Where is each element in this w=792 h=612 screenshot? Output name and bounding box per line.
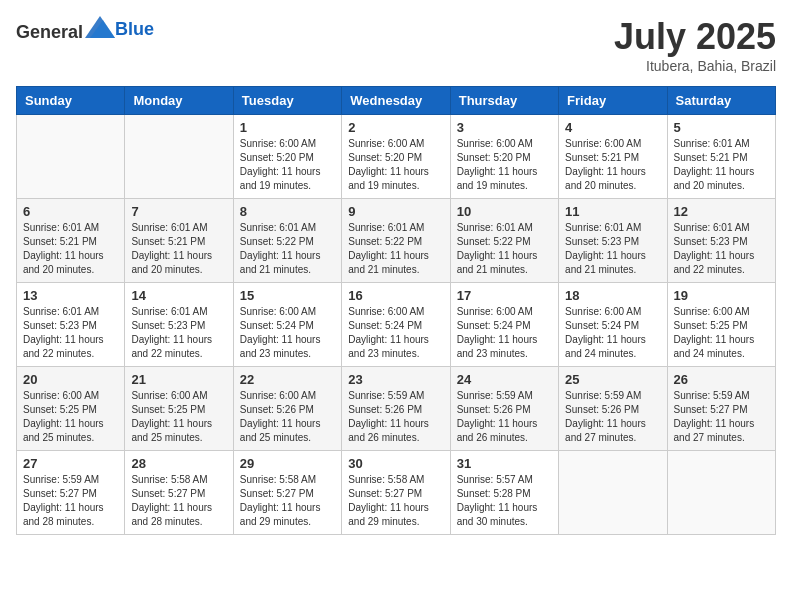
cell-info: Sunrise: 6:00 AMSunset: 5:25 PMDaylight:… xyxy=(131,389,226,445)
cell-info: Sunrise: 6:01 AMSunset: 5:23 PMDaylight:… xyxy=(674,221,769,277)
cell-info: Sunrise: 6:01 AMSunset: 5:21 PMDaylight:… xyxy=(131,221,226,277)
cell-info: Sunrise: 6:00 AMSunset: 5:26 PMDaylight:… xyxy=(240,389,335,445)
cell-info: Sunrise: 6:01 AMSunset: 5:23 PMDaylight:… xyxy=(23,305,118,361)
calendar-cell: 31Sunrise: 5:57 AMSunset: 5:28 PMDayligh… xyxy=(450,451,558,535)
calendar-cell: 23Sunrise: 5:59 AMSunset: 5:26 PMDayligh… xyxy=(342,367,450,451)
cell-info: Sunrise: 5:59 AMSunset: 5:26 PMDaylight:… xyxy=(457,389,552,445)
day-number: 7 xyxy=(131,204,226,219)
calendar-cell: 26Sunrise: 5:59 AMSunset: 5:27 PMDayligh… xyxy=(667,367,775,451)
calendar-cell: 11Sunrise: 6:01 AMSunset: 5:23 PMDayligh… xyxy=(559,199,667,283)
day-number: 8 xyxy=(240,204,335,219)
day-number: 26 xyxy=(674,372,769,387)
day-number: 16 xyxy=(348,288,443,303)
title-block: July 2025 Itubera, Bahia, Brazil xyxy=(614,16,776,74)
weekday-header-friday: Friday xyxy=(559,87,667,115)
cell-info: Sunrise: 6:01 AMSunset: 5:21 PMDaylight:… xyxy=(23,221,118,277)
calendar-cell: 18Sunrise: 6:00 AMSunset: 5:24 PMDayligh… xyxy=(559,283,667,367)
day-number: 24 xyxy=(457,372,552,387)
day-number: 2 xyxy=(348,120,443,135)
calendar-cell: 28Sunrise: 5:58 AMSunset: 5:27 PMDayligh… xyxy=(125,451,233,535)
cell-info: Sunrise: 6:00 AMSunset: 5:24 PMDaylight:… xyxy=(457,305,552,361)
cell-info: Sunrise: 6:01 AMSunset: 5:23 PMDaylight:… xyxy=(565,221,660,277)
cell-info: Sunrise: 5:59 AMSunset: 5:26 PMDaylight:… xyxy=(565,389,660,445)
cell-info: Sunrise: 5:59 AMSunset: 5:26 PMDaylight:… xyxy=(348,389,443,445)
weekday-header-row: SundayMondayTuesdayWednesdayThursdayFrid… xyxy=(17,87,776,115)
calendar-week-row: 6Sunrise: 6:01 AMSunset: 5:21 PMDaylight… xyxy=(17,199,776,283)
calendar-cell: 21Sunrise: 6:00 AMSunset: 5:25 PMDayligh… xyxy=(125,367,233,451)
day-number: 3 xyxy=(457,120,552,135)
cell-info: Sunrise: 6:00 AMSunset: 5:24 PMDaylight:… xyxy=(240,305,335,361)
calendar-cell xyxy=(667,451,775,535)
cell-info: Sunrise: 6:00 AMSunset: 5:24 PMDaylight:… xyxy=(565,305,660,361)
cell-info: Sunrise: 6:01 AMSunset: 5:22 PMDaylight:… xyxy=(240,221,335,277)
day-number: 29 xyxy=(240,456,335,471)
calendar-cell: 14Sunrise: 6:01 AMSunset: 5:23 PMDayligh… xyxy=(125,283,233,367)
cell-info: Sunrise: 6:01 AMSunset: 5:23 PMDaylight:… xyxy=(131,305,226,361)
day-number: 15 xyxy=(240,288,335,303)
calendar-cell xyxy=(559,451,667,535)
cell-info: Sunrise: 5:58 AMSunset: 5:27 PMDaylight:… xyxy=(131,473,226,529)
calendar-cell: 15Sunrise: 6:00 AMSunset: 5:24 PMDayligh… xyxy=(233,283,341,367)
calendar-cell: 7Sunrise: 6:01 AMSunset: 5:21 PMDaylight… xyxy=(125,199,233,283)
cell-info: Sunrise: 6:00 AMSunset: 5:20 PMDaylight:… xyxy=(240,137,335,193)
cell-info: Sunrise: 5:58 AMSunset: 5:27 PMDaylight:… xyxy=(240,473,335,529)
calendar-cell: 25Sunrise: 5:59 AMSunset: 5:26 PMDayligh… xyxy=(559,367,667,451)
day-number: 21 xyxy=(131,372,226,387)
cell-info: Sunrise: 6:00 AMSunset: 5:25 PMDaylight:… xyxy=(23,389,118,445)
day-number: 14 xyxy=(131,288,226,303)
calendar-cell: 4Sunrise: 6:00 AMSunset: 5:21 PMDaylight… xyxy=(559,115,667,199)
day-number: 22 xyxy=(240,372,335,387)
calendar-cell xyxy=(17,115,125,199)
cell-info: Sunrise: 5:58 AMSunset: 5:27 PMDaylight:… xyxy=(348,473,443,529)
page-header: General Blue July 2025 Itubera, Bahia, B… xyxy=(16,16,776,74)
weekday-header-saturday: Saturday xyxy=(667,87,775,115)
day-number: 28 xyxy=(131,456,226,471)
day-number: 25 xyxy=(565,372,660,387)
day-number: 18 xyxy=(565,288,660,303)
cell-info: Sunrise: 5:57 AMSunset: 5:28 PMDaylight:… xyxy=(457,473,552,529)
calendar-week-row: 13Sunrise: 6:01 AMSunset: 5:23 PMDayligh… xyxy=(17,283,776,367)
calendar-week-row: 20Sunrise: 6:00 AMSunset: 5:25 PMDayligh… xyxy=(17,367,776,451)
day-number: 12 xyxy=(674,204,769,219)
day-number: 4 xyxy=(565,120,660,135)
day-number: 11 xyxy=(565,204,660,219)
calendar-cell: 17Sunrise: 6:00 AMSunset: 5:24 PMDayligh… xyxy=(450,283,558,367)
day-number: 6 xyxy=(23,204,118,219)
day-number: 13 xyxy=(23,288,118,303)
calendar-cell: 22Sunrise: 6:00 AMSunset: 5:26 PMDayligh… xyxy=(233,367,341,451)
cell-info: Sunrise: 6:00 AMSunset: 5:20 PMDaylight:… xyxy=(348,137,443,193)
calendar-cell: 16Sunrise: 6:00 AMSunset: 5:24 PMDayligh… xyxy=(342,283,450,367)
day-number: 30 xyxy=(348,456,443,471)
day-number: 10 xyxy=(457,204,552,219)
calendar-cell: 13Sunrise: 6:01 AMSunset: 5:23 PMDayligh… xyxy=(17,283,125,367)
calendar-cell: 9Sunrise: 6:01 AMSunset: 5:22 PMDaylight… xyxy=(342,199,450,283)
day-number: 31 xyxy=(457,456,552,471)
calendar-cell: 5Sunrise: 6:01 AMSunset: 5:21 PMDaylight… xyxy=(667,115,775,199)
day-number: 27 xyxy=(23,456,118,471)
calendar-cell: 3Sunrise: 6:00 AMSunset: 5:20 PMDaylight… xyxy=(450,115,558,199)
cell-info: Sunrise: 6:00 AMSunset: 5:20 PMDaylight:… xyxy=(457,137,552,193)
cell-info: Sunrise: 6:01 AMSunset: 5:22 PMDaylight:… xyxy=(348,221,443,277)
day-number: 5 xyxy=(674,120,769,135)
day-number: 17 xyxy=(457,288,552,303)
day-number: 9 xyxy=(348,204,443,219)
logo-blue-text: Blue xyxy=(115,19,154,39)
cell-info: Sunrise: 6:01 AMSunset: 5:21 PMDaylight:… xyxy=(674,137,769,193)
weekday-header-thursday: Thursday xyxy=(450,87,558,115)
calendar-cell: 8Sunrise: 6:01 AMSunset: 5:22 PMDaylight… xyxy=(233,199,341,283)
calendar-cell: 10Sunrise: 6:01 AMSunset: 5:22 PMDayligh… xyxy=(450,199,558,283)
cell-info: Sunrise: 6:00 AMSunset: 5:24 PMDaylight:… xyxy=(348,305,443,361)
day-number: 1 xyxy=(240,120,335,135)
calendar-week-row: 27Sunrise: 5:59 AMSunset: 5:27 PMDayligh… xyxy=(17,451,776,535)
logo: General Blue xyxy=(16,16,154,43)
calendar-cell: 1Sunrise: 6:00 AMSunset: 5:20 PMDaylight… xyxy=(233,115,341,199)
cell-info: Sunrise: 6:01 AMSunset: 5:22 PMDaylight:… xyxy=(457,221,552,277)
calendar-cell: 30Sunrise: 5:58 AMSunset: 5:27 PMDayligh… xyxy=(342,451,450,535)
cell-info: Sunrise: 6:00 AMSunset: 5:25 PMDaylight:… xyxy=(674,305,769,361)
calendar-cell: 2Sunrise: 6:00 AMSunset: 5:20 PMDaylight… xyxy=(342,115,450,199)
weekday-header-wednesday: Wednesday xyxy=(342,87,450,115)
calendar-cell: 6Sunrise: 6:01 AMSunset: 5:21 PMDaylight… xyxy=(17,199,125,283)
logo-icon xyxy=(85,16,115,38)
weekday-header-tuesday: Tuesday xyxy=(233,87,341,115)
location-subtitle: Itubera, Bahia, Brazil xyxy=(614,58,776,74)
